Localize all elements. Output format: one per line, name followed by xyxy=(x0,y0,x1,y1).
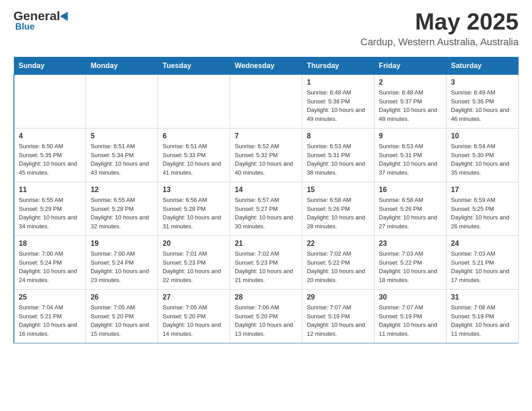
day-info: Sunrise: 6:48 AM Sunset: 5:38 PM Dayligh… xyxy=(307,88,369,123)
day-info: Sunrise: 6:53 AM Sunset: 5:31 PM Dayligh… xyxy=(379,142,442,177)
location-title: Cardup, Western Australia, Australia xyxy=(360,36,519,48)
day-info: Sunrise: 6:51 AM Sunset: 5:34 PM Dayligh… xyxy=(90,142,153,177)
calendar-header-tuesday: Tuesday xyxy=(158,57,230,75)
page-header: General Blue May 2025 Cardup, Western Au… xyxy=(13,9,519,48)
day-info: Sunrise: 7:05 AM Sunset: 5:20 PM Dayligh… xyxy=(90,303,153,338)
day-number: 13 xyxy=(163,186,225,194)
day-number: 25 xyxy=(19,293,81,301)
day-number: 18 xyxy=(19,240,81,248)
day-number: 22 xyxy=(307,240,369,248)
calendar-cell: 14Sunrise: 6:57 AM Sunset: 5:27 PM Dayli… xyxy=(230,182,302,236)
day-number: 24 xyxy=(451,240,514,248)
calendar-cell: 25Sunrise: 7:04 AM Sunset: 5:21 PM Dayli… xyxy=(14,290,86,343)
calendar-header-friday: Friday xyxy=(374,57,446,75)
calendar-cell: 17Sunrise: 6:59 AM Sunset: 5:25 PM Dayli… xyxy=(446,182,519,236)
calendar-cell xyxy=(14,75,86,128)
calendar-cell: 23Sunrise: 7:03 AM Sunset: 5:22 PM Dayli… xyxy=(374,236,446,290)
calendar-cell: 9Sunrise: 6:53 AM Sunset: 5:31 PM Daylig… xyxy=(374,128,446,182)
day-number: 30 xyxy=(379,293,442,301)
calendar-cell: 20Sunrise: 7:01 AM Sunset: 5:23 PM Dayli… xyxy=(158,236,230,290)
day-info: Sunrise: 6:50 AM Sunset: 5:35 PM Dayligh… xyxy=(19,142,81,177)
day-info: Sunrise: 7:06 AM Sunset: 5:20 PM Dayligh… xyxy=(235,303,297,338)
calendar-cell xyxy=(230,75,302,128)
day-info: Sunrise: 7:08 AM Sunset: 5:19 PM Dayligh… xyxy=(451,303,514,338)
day-info: Sunrise: 7:07 AM Sunset: 5:19 PM Dayligh… xyxy=(307,303,369,338)
calendar-cell xyxy=(158,75,230,128)
day-info: Sunrise: 6:48 AM Sunset: 5:37 PM Dayligh… xyxy=(379,88,442,123)
calendar-cell: 22Sunrise: 7:02 AM Sunset: 5:22 PM Dayli… xyxy=(302,236,374,290)
calendar-cell xyxy=(86,75,158,128)
calendar-week-row-2: 4Sunrise: 6:50 AM Sunset: 5:35 PM Daylig… xyxy=(14,128,519,182)
day-info: Sunrise: 6:55 AM Sunset: 5:28 PM Dayligh… xyxy=(90,196,153,231)
calendar-table: SundayMondayTuesdayWednesdayThursdayFrid… xyxy=(13,57,519,343)
calendar-cell: 10Sunrise: 6:54 AM Sunset: 5:30 PM Dayli… xyxy=(446,128,519,182)
day-number: 8 xyxy=(307,132,369,140)
day-number: 14 xyxy=(235,186,297,194)
day-info: Sunrise: 6:58 AM Sunset: 5:26 PM Dayligh… xyxy=(379,196,442,231)
logo: General Blue xyxy=(13,9,70,32)
day-number: 3 xyxy=(451,78,514,86)
day-number: 15 xyxy=(307,186,369,194)
logo-blue-text: Blue xyxy=(15,21,34,32)
day-number: 9 xyxy=(379,132,442,140)
calendar-cell: 27Sunrise: 7:05 AM Sunset: 5:20 PM Dayli… xyxy=(158,290,230,343)
day-info: Sunrise: 6:58 AM Sunset: 5:26 PM Dayligh… xyxy=(307,196,369,231)
month-title: May 2025 xyxy=(360,9,519,34)
calendar-header-sunday: Sunday xyxy=(14,57,86,75)
calendar-cell: 3Sunrise: 6:49 AM Sunset: 5:36 PM Daylig… xyxy=(446,75,519,128)
calendar-cell: 28Sunrise: 7:06 AM Sunset: 5:20 PM Dayli… xyxy=(230,290,302,343)
day-number: 20 xyxy=(163,240,225,248)
day-info: Sunrise: 6:54 AM Sunset: 5:30 PM Dayligh… xyxy=(451,142,514,177)
day-number: 21 xyxy=(235,240,297,248)
calendar-header-row: SundayMondayTuesdayWednesdayThursdayFrid… xyxy=(14,57,519,75)
day-number: 26 xyxy=(90,293,153,301)
day-number: 11 xyxy=(19,186,81,194)
day-info: Sunrise: 7:03 AM Sunset: 5:21 PM Dayligh… xyxy=(451,249,514,284)
calendar-cell: 24Sunrise: 7:03 AM Sunset: 5:21 PM Dayli… xyxy=(446,236,519,290)
calendar-week-row-4: 18Sunrise: 7:00 AM Sunset: 5:24 PM Dayli… xyxy=(14,236,519,290)
calendar-cell: 13Sunrise: 6:56 AM Sunset: 5:28 PM Dayli… xyxy=(158,182,230,236)
calendar-cell: 31Sunrise: 7:08 AM Sunset: 5:19 PM Dayli… xyxy=(446,290,519,343)
day-number: 31 xyxy=(451,293,514,301)
calendar-cell: 21Sunrise: 7:02 AM Sunset: 5:23 PM Dayli… xyxy=(230,236,302,290)
day-number: 17 xyxy=(451,186,514,194)
day-info: Sunrise: 7:00 AM Sunset: 5:24 PM Dayligh… xyxy=(90,249,153,284)
calendar-week-row-1: 1Sunrise: 6:48 AM Sunset: 5:38 PM Daylig… xyxy=(14,75,519,128)
day-number: 4 xyxy=(19,132,81,140)
title-area: May 2025 Cardup, Western Australia, Aust… xyxy=(360,9,519,48)
calendar-cell: 29Sunrise: 7:07 AM Sunset: 5:19 PM Dayli… xyxy=(302,290,374,343)
calendar-cell: 6Sunrise: 6:51 AM Sunset: 5:33 PM Daylig… xyxy=(158,128,230,182)
calendar-header-wednesday: Wednesday xyxy=(230,57,302,75)
day-number: 5 xyxy=(90,132,153,140)
day-number: 29 xyxy=(307,293,369,301)
calendar-header-monday: Monday xyxy=(86,57,158,75)
day-info: Sunrise: 7:00 AM Sunset: 5:24 PM Dayligh… xyxy=(19,249,81,284)
calendar-week-row-5: 25Sunrise: 7:04 AM Sunset: 5:21 PM Dayli… xyxy=(14,290,519,343)
calendar-cell: 11Sunrise: 6:55 AM Sunset: 5:29 PM Dayli… xyxy=(14,182,86,236)
calendar-cell: 5Sunrise: 6:51 AM Sunset: 5:34 PM Daylig… xyxy=(86,128,158,182)
calendar-cell: 16Sunrise: 6:58 AM Sunset: 5:26 PM Dayli… xyxy=(374,182,446,236)
calendar-cell: 1Sunrise: 6:48 AM Sunset: 5:38 PM Daylig… xyxy=(302,75,374,128)
day-info: Sunrise: 6:49 AM Sunset: 5:36 PM Dayligh… xyxy=(451,88,514,123)
calendar-cell: 30Sunrise: 7:07 AM Sunset: 5:19 PM Dayli… xyxy=(374,290,446,343)
day-number: 16 xyxy=(379,186,442,194)
day-info: Sunrise: 7:04 AM Sunset: 5:21 PM Dayligh… xyxy=(19,303,81,338)
day-info: Sunrise: 7:01 AM Sunset: 5:23 PM Dayligh… xyxy=(163,249,225,284)
day-number: 27 xyxy=(163,293,225,301)
calendar-cell: 8Sunrise: 6:53 AM Sunset: 5:31 PM Daylig… xyxy=(302,128,374,182)
calendar-cell: 18Sunrise: 7:00 AM Sunset: 5:24 PM Dayli… xyxy=(14,236,86,290)
day-info: Sunrise: 7:07 AM Sunset: 5:19 PM Dayligh… xyxy=(379,303,442,338)
day-info: Sunrise: 7:03 AM Sunset: 5:22 PM Dayligh… xyxy=(379,249,442,284)
calendar-cell: 15Sunrise: 6:58 AM Sunset: 5:26 PM Dayli… xyxy=(302,182,374,236)
calendar-cell: 7Sunrise: 6:52 AM Sunset: 5:32 PM Daylig… xyxy=(230,128,302,182)
day-info: Sunrise: 6:53 AM Sunset: 5:31 PM Dayligh… xyxy=(307,142,369,177)
day-info: Sunrise: 6:51 AM Sunset: 5:33 PM Dayligh… xyxy=(163,142,225,177)
day-number: 23 xyxy=(379,240,442,248)
day-info: Sunrise: 7:02 AM Sunset: 5:23 PM Dayligh… xyxy=(235,249,297,284)
day-info: Sunrise: 6:59 AM Sunset: 5:25 PM Dayligh… xyxy=(451,196,514,231)
day-info: Sunrise: 7:05 AM Sunset: 5:20 PM Dayligh… xyxy=(163,303,225,338)
day-info: Sunrise: 6:55 AM Sunset: 5:29 PM Dayligh… xyxy=(19,196,81,231)
day-number: 1 xyxy=(307,78,369,86)
calendar-cell: 19Sunrise: 7:00 AM Sunset: 5:24 PM Dayli… xyxy=(86,236,158,290)
calendar-header-saturday: Saturday xyxy=(446,57,519,75)
